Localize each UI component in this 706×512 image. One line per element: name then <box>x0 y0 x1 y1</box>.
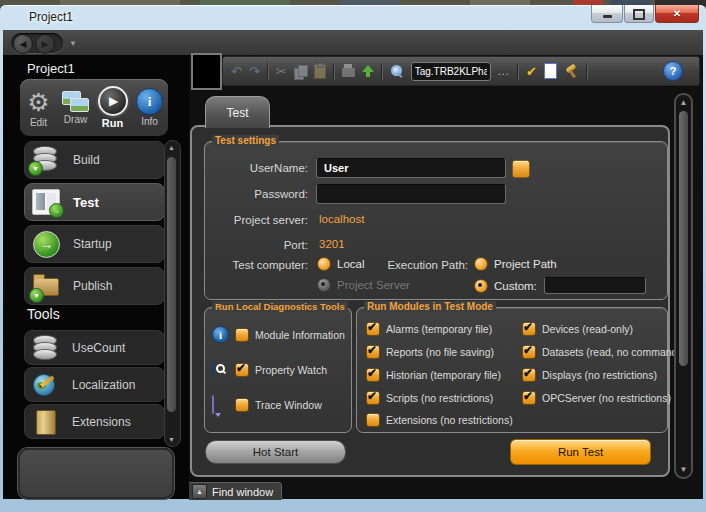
paste-icon[interactable] <box>314 64 326 79</box>
back-button[interactable]: ◀ <box>13 34 33 54</box>
radio-local[interactable]: Local <box>317 257 365 271</box>
sidebar-item-startup[interactable]: → Startup <box>24 225 165 263</box>
tag-input[interactable] <box>411 62 491 81</box>
password-label: Password: <box>210 184 308 204</box>
document-icon[interactable] <box>544 63 557 79</box>
copy-icon[interactable] <box>294 65 307 78</box>
sidebar-scrollbar[interactable]: ▲ ▼ <box>164 140 181 447</box>
sidebar-item-build[interactable]: ▼ Build <box>24 141 165 179</box>
radio-icon[interactable] <box>474 279 488 293</box>
module-item-alarms[interactable]: Alarms (temporary file) <box>366 322 492 336</box>
checkbox-label: Reports (no file saving) <box>386 346 494 358</box>
checkbox[interactable] <box>522 368 536 382</box>
module-item-reports[interactable]: Reports (no file saving) <box>366 345 494 359</box>
radio-icon[interactable] <box>317 257 331 271</box>
diag-item-module-information[interactable]: i Module Information <box>212 326 345 343</box>
module-item-displays[interactable]: Displays (no restrictions) <box>522 368 657 382</box>
checkbox[interactable] <box>522 391 536 405</box>
checkbox[interactable] <box>366 413 380 427</box>
project-server-value: localhost <box>319 213 364 225</box>
checkbox[interactable] <box>235 398 249 412</box>
tab-test[interactable]: Test <box>205 96 270 128</box>
checkbox-label: Extensions (no restrictions) <box>386 414 513 426</box>
custom-path-field[interactable] <box>544 277 646 294</box>
color-swatch[interactable] <box>191 53 222 90</box>
checkbox[interactable] <box>235 363 249 377</box>
scroll-down-icon[interactable]: ▼ <box>165 436 178 443</box>
mode-button-run[interactable]: ▶ Run <box>96 86 130 129</box>
info-icon: i <box>136 88 163 115</box>
mode-button-info[interactable]: i Info <box>133 88 167 127</box>
tool-item-usecount[interactable]: UseCount <box>24 330 165 365</box>
cut-icon[interactable]: ✂ <box>276 65 287 78</box>
checkbox[interactable] <box>522 345 536 359</box>
test-computer-label: Test computer: <box>210 255 308 275</box>
checkbox[interactable] <box>366 368 380 382</box>
close-button[interactable]: ✕ <box>655 5 699 23</box>
diag-item-property-watch[interactable]: Property Watch <box>212 361 327 378</box>
print-icon[interactable] <box>342 68 355 77</box>
validate-icon[interactable]: ✔ <box>526 65 537 78</box>
module-item-datasets[interactable]: Datasets (read, no commands) <box>522 345 686 359</box>
module-item-opcserver[interactable]: OPCServer (no restrictions) <box>522 391 671 405</box>
checkbox-label: Scripts (no restrictions) <box>386 392 493 404</box>
expand-up-icon[interactable]: ▲ <box>192 484 207 499</box>
history-dropdown[interactable]: ▼ <box>69 39 77 48</box>
redo-icon[interactable]: ↷ <box>249 65 260 78</box>
globe-pencil-icon <box>32 372 60 398</box>
checkbox[interactable] <box>235 328 249 342</box>
minimize-button[interactable] <box>591 5 623 23</box>
sidebar-item-test[interactable]: → Test <box>24 183 165 221</box>
sidebar-item-label: Build <box>73 153 100 167</box>
upload-icon[interactable] <box>362 65 374 78</box>
tab-label: Test <box>226 106 248 120</box>
checkbox[interactable] <box>366 322 380 336</box>
tool-item-extensions[interactable]: Extensions <box>24 404 165 439</box>
forward-button[interactable]: ▶ <box>35 34 55 54</box>
tool-item-localization[interactable]: Localization <box>24 367 165 402</box>
radio-icon[interactable] <box>474 257 488 271</box>
scroll-up-icon[interactable]: ▲ <box>676 98 691 107</box>
startup-arrow-icon: → <box>31 230 61 258</box>
module-item-scripts[interactable]: Scripts (no restrictions) <box>366 391 493 405</box>
module-item-historian[interactable]: Historian (temporary file) <box>366 368 501 382</box>
mode-button-edit[interactable]: ⚙ Edit <box>22 88 56 128</box>
database-icon <box>32 335 60 361</box>
tag-search-icon[interactable] <box>390 64 404 78</box>
build-tool-icon[interactable] <box>564 64 579 79</box>
scrollbar-thumb[interactable] <box>679 111 688 366</box>
user-browse-button[interactable] <box>512 160 530 178</box>
preview-box <box>18 448 174 499</box>
checkbox[interactable] <box>522 322 536 336</box>
checkbox[interactable] <box>366 345 380 359</box>
scroll-down-icon[interactable]: ▼ <box>676 465 691 474</box>
hot-start-button[interactable]: Hot Start <box>205 440 346 464</box>
sidebar-item-publish[interactable]: ▼ Publish <box>24 267 165 305</box>
radio-custom[interactable]: Custom: <box>474 277 646 294</box>
scroll-up-icon[interactable]: ▲ <box>165 144 178 151</box>
mode-button-draw[interactable]: Draw <box>59 90 93 125</box>
speech-bubble-icon <box>212 396 229 413</box>
minimize-icon <box>603 15 612 18</box>
checkbox-label: Datasets (read, no commands) <box>542 346 686 358</box>
module-item-extensions[interactable]: Extensions (no restrictions) <box>366 413 513 427</box>
checkbox-label: Property Watch <box>255 364 327 376</box>
password-field[interactable] <box>316 184 506 204</box>
radio-project-path[interactable]: Project Path <box>474 257 557 271</box>
diag-item-trace-window[interactable]: Trace Window <box>212 396 322 413</box>
maximize-button[interactable] <box>624 5 654 23</box>
button-label: Run Test <box>558 446 603 458</box>
run-test-button[interactable]: Run Test <box>510 439 651 465</box>
undo-icon[interactable]: ↶ <box>231 65 242 78</box>
main-scrollbar[interactable]: ▲ ▼ <box>674 93 693 479</box>
username-field[interactable] <box>316 158 506 178</box>
module-item-devices[interactable]: Devices (read-only) <box>522 322 633 336</box>
help-button[interactable]: ? <box>663 61 683 81</box>
checkbox[interactable] <box>366 391 380 405</box>
tools-heading: Tools <box>27 306 60 322</box>
toolbar-separator <box>586 63 588 80</box>
radio-label: Project Server <box>337 279 410 291</box>
scrollbar-thumb[interactable] <box>167 157 176 412</box>
tag-browse-button[interactable]: ... <box>498 65 510 77</box>
find-window-bar[interactable]: ▲ Find window <box>189 482 282 500</box>
